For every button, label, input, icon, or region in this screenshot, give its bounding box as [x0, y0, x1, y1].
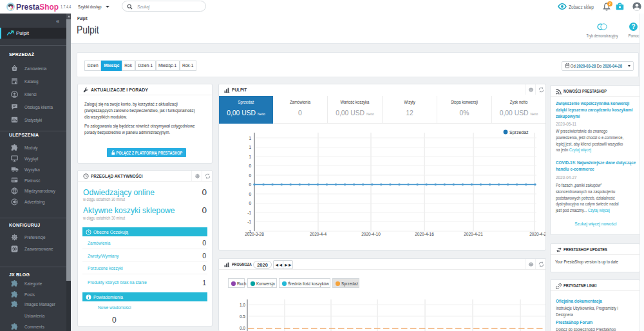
svg-text:1: 1	[249, 145, 251, 149]
svg-text:0: 0	[249, 201, 251, 205]
svg-text:2020-4-16: 2020-4-16	[415, 232, 434, 236]
svg-text:Sprzedaż: Sprzedaż	[509, 130, 529, 135]
svg-text:2020-4-10: 2020-4-10	[361, 232, 381, 236]
svg-text:0: 0	[249, 164, 251, 168]
svg-text:1.0: 1.0	[240, 303, 245, 307]
svg-text:0: 0	[249, 182, 251, 187]
svg-text:-1: -1	[247, 211, 251, 215]
svg-text:2020-4-21: 2020-4-21	[464, 232, 483, 236]
svg-text:2020-3-28: 2020-3-28	[245, 232, 264, 236]
svg-text:-1: -1	[247, 220, 251, 224]
svg-text:0: 0	[249, 173, 251, 178]
svg-text:0: 0	[249, 192, 251, 196]
svg-text:0.5: 0.5	[240, 314, 245, 319]
svg-text:0.0: 0.0	[240, 326, 245, 330]
svg-text:1: 1	[249, 136, 251, 140]
svg-text:2020-4-28: 2020-4-28	[529, 232, 546, 236]
svg-text:1: 1	[249, 155, 251, 159]
svg-text:2020-4-4: 2020-4-4	[310, 232, 327, 236]
